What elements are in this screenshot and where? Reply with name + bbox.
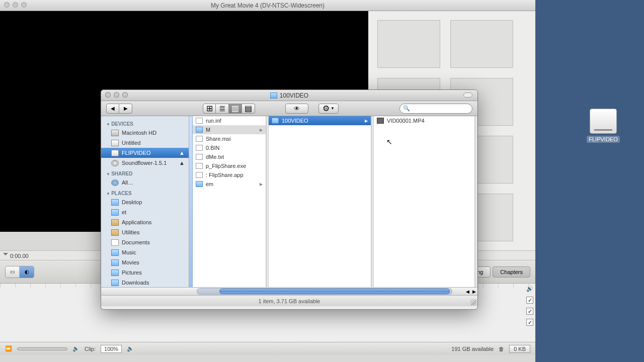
sidebar-item-untitled[interactable]: Untitled	[101, 138, 189, 148]
view-columns-button[interactable]: ▥	[229, 104, 242, 114]
sidebar-item-icon	[111, 249, 119, 256]
sidebar-item-icon	[111, 229, 119, 236]
sidebar-item-movies[interactable]: Movies	[101, 257, 189, 267]
desktop-drive-flipvideo[interactable]: FLIPVIDEO	[586, 109, 621, 143]
clip-slot[interactable]	[450, 20, 513, 68]
sidebar-item-label: All…	[122, 179, 133, 186]
chevron-down-icon: ▼	[331, 106, 335, 111]
action-menu-button[interactable]: ⚙▼	[318, 104, 339, 114]
sidebar-item-icon	[111, 259, 119, 266]
column-scrollbar[interactable]	[189, 116, 193, 287]
quicklook-button[interactable]: 👁	[285, 104, 308, 114]
sidebar-item-applications[interactable]: Applications	[101, 217, 189, 227]
finder-window: 100VIDEO ◀ ▶ ⊞ ≣ ▥ ▤ 👁 ⚙▼ 🔍 DEVICESMacin…	[101, 89, 478, 310]
file-row[interactable]: M	[193, 125, 266, 134]
search-input[interactable]	[412, 106, 467, 112]
scroll-thumb[interactable]	[219, 289, 450, 294]
sidebar-item-all-[interactable]: All…	[101, 177, 189, 188]
sidebar-item-label: Untitled	[122, 140, 140, 146]
view-mode-toggle[interactable]: ▭◐	[5, 266, 34, 278]
sidebar-item-soundflower-1-5-1[interactable]: Soundflower-1.5.1▲	[101, 158, 189, 168]
file-label: M	[206, 127, 210, 133]
sidebar-item-utilities[interactable]: Utilities	[101, 227, 189, 237]
view-list-button[interactable]: ≣	[216, 104, 229, 114]
finder-toolbar: ◀ ▶ ⊞ ≣ ▥ ▤ 👁 ⚙▼ 🔍	[101, 101, 477, 116]
file-row[interactable]: VID00001.MP4	[374, 116, 474, 125]
sidebar-item-icon	[111, 140, 119, 146]
zoom-icon[interactable]	[21, 2, 27, 8]
sidebar-item-label: Music	[122, 249, 136, 255]
speaker-icon[interactable]: 🔈	[127, 345, 134, 352]
zoom-icon[interactable]	[122, 92, 128, 98]
scroll-right-icon[interactable]: ▶	[471, 289, 477, 294]
imovie-title: My Great Movie 4 (DV-NTSC-Widescreen)	[211, 2, 325, 9]
back-button[interactable]: ◀	[106, 104, 119, 114]
trash-icon[interactable]: 🗑	[499, 346, 504, 352]
file-row[interactable]: Share.msi	[193, 134, 266, 143]
sidebar-item-label: Macintosh HD	[122, 130, 156, 136]
horizontal-scrollbar[interactable]: ◀ ▶	[101, 287, 477, 295]
minimize-icon[interactable]	[114, 92, 119, 98]
sidebar-item-flipvideo[interactable]: FLIPVIDEO▲	[101, 148, 189, 158]
sidebar-section-header[interactable]: PLACES	[101, 188, 189, 197]
clip-slot[interactable]	[377, 20, 440, 68]
finder-sidebar: DEVICESMacintosh HDUntitledFLIPVIDEO▲Sou…	[101, 116, 189, 287]
sidebar-item-icon	[111, 269, 119, 276]
clip-zoom-percent[interactable]: 100%	[101, 345, 122, 353]
track-checkbox[interactable]: ✓	[526, 308, 533, 315]
sidebar-item-desktop[interactable]: Desktop	[101, 197, 189, 207]
gear-icon: ⚙	[323, 104, 330, 113]
file-label: dMe.txt	[206, 154, 224, 160]
file-label: 100VIDEO	[282, 118, 308, 124]
sidebar-item-downloads[interactable]: Downloads	[101, 278, 189, 287]
view-coverflow-button[interactable]: ▤	[242, 104, 255, 114]
resize-handle-icon[interactable]	[470, 299, 476, 305]
file-row[interactable]: p_FlipShare.exe	[193, 161, 266, 170]
track-checkbox[interactable]: ✓	[526, 319, 533, 326]
sidebar-section-header[interactable]: DEVICES	[101, 118, 189, 128]
close-icon[interactable]	[105, 92, 111, 98]
speaker-icon[interactable]: 🔈	[72, 345, 79, 352]
finder-columns: run.infMShare.msi0.BINdMe.txtp_FlipShare…	[189, 116, 477, 287]
finder-statusbar: 1 item, 3.71 GB available	[101, 295, 477, 306]
sidebar-item-macintosh-hd[interactable]: Macintosh HD	[101, 128, 189, 138]
movie-icon	[377, 118, 384, 124]
file-row[interactable]: run.inf	[193, 116, 266, 125]
file-row[interactable]: em	[193, 179, 266, 189]
forward-button[interactable]: ▶	[119, 104, 132, 114]
sidebar-section-header[interactable]: SHARED	[101, 168, 189, 177]
eject-icon[interactable]: ▲	[179, 160, 185, 166]
sidebar-item-label: et	[122, 209, 126, 215]
document-icon	[196, 118, 203, 124]
close-icon[interactable]	[4, 2, 10, 8]
search-field[interactable]: 🔍	[399, 104, 472, 114]
sidebar-item-et[interactable]: et	[101, 207, 189, 217]
file-row[interactable]: : FlipShare.app	[193, 170, 266, 179]
file-label: : FlipShare.app	[206, 172, 244, 178]
file-row[interactable]: dMe.txt	[193, 152, 266, 161]
eject-icon[interactable]: ▲	[179, 150, 185, 156]
column-divider[interactable]	[475, 116, 477, 287]
file-label: Share.msi	[206, 136, 231, 142]
sidebar-item-documents[interactable]: Documents	[101, 237, 189, 247]
document-icon	[196, 172, 203, 178]
file-row[interactable]: 100VIDEO	[269, 116, 371, 125]
sidebar-item-pictures[interactable]: Pictures	[101, 267, 189, 278]
trash-size: 0 KB	[509, 345, 530, 353]
minimize-icon[interactable]	[13, 2, 18, 8]
tab-chapters[interactable]: Chapters	[493, 266, 530, 278]
view-icons-button[interactable]: ⊞	[203, 104, 216, 114]
file-row[interactable]: 0.BIN	[193, 143, 266, 152]
play-controls-icon[interactable]: ⏩	[5, 345, 12, 352]
column-2: 100VIDEO	[269, 116, 371, 287]
drive-label: FLIPVIDEO	[587, 136, 619, 143]
zoom-slider[interactable]	[17, 347, 67, 350]
track-checkbox[interactable]: ✓	[526, 297, 533, 304]
file-label: p_FlipShare.exe	[206, 163, 246, 169]
scroll-left-icon[interactable]: ◀	[464, 289, 471, 294]
finder-titlebar[interactable]: 100VIDEO	[101, 90, 477, 101]
sidebar-item-music[interactable]: Music	[101, 247, 189, 257]
volume-icon[interactable]: 🔊	[526, 286, 533, 293]
toolbar-toggle-icon[interactable]	[463, 93, 472, 98]
sidebar-item-icon	[111, 219, 119, 226]
